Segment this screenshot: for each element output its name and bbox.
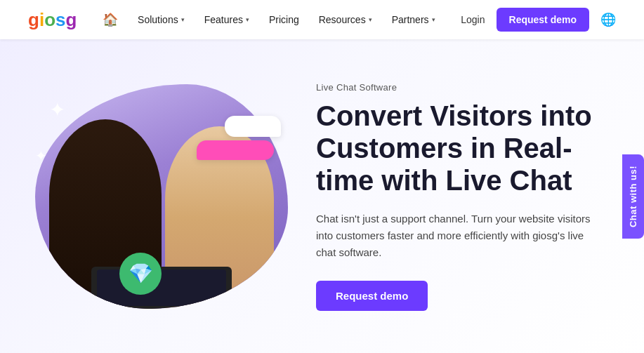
chat-bubble-1 [225, 116, 281, 137]
laptop-screen [97, 269, 226, 306]
laptop-shape [91, 267, 232, 309]
logo-letter-g2: g [65, 9, 77, 30]
hero-section: 💎 ✦ ✦ Live Chat Software Convert Visitor… [0, 39, 644, 353]
logo-letter-o: o [44, 9, 55, 30]
chat-sidebar-wrapper[interactable]: Chat with us! [622, 154, 644, 238]
partners-chevron: ▾ [432, 16, 435, 23]
logo[interactable]: giosg [28, 9, 77, 31]
request-demo-button-nav[interactable]: Request demo [497, 8, 589, 32]
resources-chevron: ▾ [369, 16, 372, 23]
sparkle-icon-1: ✦ [49, 98, 65, 121]
hero-image-container: 💎 ✦ ✦ [28, 77, 288, 316]
nav-right: Login Request demo 🌐 [461, 8, 616, 32]
resources-link[interactable]: Resources ▾ [319, 14, 372, 25]
partners-link[interactable]: Partners ▾ [392, 14, 435, 25]
request-demo-button-hero[interactable]: Request demo [316, 281, 428, 311]
navbar: giosg 🏠 Solutions ▾ Features ▾ Pricing R… [0, 0, 644, 39]
pricing-link[interactable]: Pricing [269, 14, 299, 25]
hero-title: Convert Visitors into Customers in Real-… [316, 100, 602, 197]
features-link[interactable]: Features ▾ [204, 14, 249, 25]
logo-letter-s: s [55, 9, 65, 30]
chat-with-us-tab[interactable]: Chat with us! [622, 154, 644, 238]
login-button[interactable]: Login [461, 14, 485, 25]
nav-links: 🏠 Solutions ▾ Features ▾ Pricing Resourc… [103, 12, 435, 27]
solutions-chevron: ▾ [181, 16, 185, 23]
sparkle-icon-2: ✦ [35, 147, 47, 164]
hero-description: Chat isn't just a support channel. Turn … [316, 211, 597, 261]
hero-label: Live Chat Software [316, 82, 602, 93]
chat-bubble-2 [197, 140, 274, 160]
gem-icon: 💎 [129, 262, 153, 285]
home-icon[interactable]: 🏠 [103, 12, 118, 27]
features-chevron: ▾ [246, 16, 249, 23]
gem-container: 💎 [119, 253, 162, 295]
hero-text-area: Live Chat Software Convert Visitors into… [316, 82, 602, 311]
language-selector-icon[interactable]: 🌐 [600, 12, 616, 27]
solutions-link[interactable]: Solutions ▾ [138, 14, 185, 25]
logo-letter-g: g [28, 9, 39, 30]
